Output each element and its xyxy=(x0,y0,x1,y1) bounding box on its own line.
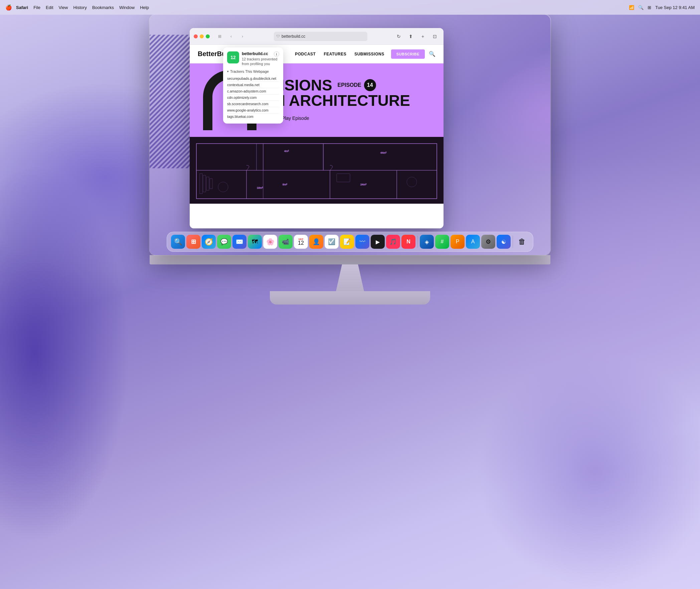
episode-number: 14 xyxy=(364,79,376,91)
dock-item-finder[interactable]: 🔍 xyxy=(171,235,185,249)
svg-rect-23 xyxy=(210,179,212,189)
svg-text:18m²: 18m² xyxy=(257,186,263,189)
menubar-app-name[interactable]: Safari xyxy=(16,5,28,10)
trackers-list: securepubads.g.doubleclick.net contextua… xyxy=(227,75,279,120)
sidebar-button[interactable]: ⊡ xyxy=(430,33,440,40)
dock-item-appstore[interactable]: A xyxy=(466,235,480,249)
svg-rect-5 xyxy=(246,170,330,199)
dock-separator xyxy=(417,236,418,248)
hero-title-line2: IN ARCHITECTURE xyxy=(270,93,410,108)
svg-rect-18 xyxy=(407,177,417,187)
dock-item-reminders[interactable]: ☑️ xyxy=(325,235,339,249)
dock-item-mail[interactable]: ✉️ xyxy=(232,235,246,249)
dock-item-accessibility[interactable]: ☯ xyxy=(497,235,511,249)
hero-text: VISIONS EPISODE 14 IN ARCHITECTURE ▶ Pla… xyxy=(270,77,410,123)
tracker-item: c.amazon-adsystem.com xyxy=(227,88,279,94)
close-button[interactable] xyxy=(194,34,198,38)
menubar-wifi-icon[interactable]: 📶 xyxy=(629,5,634,10)
tab-grid-button[interactable]: ⊞ xyxy=(215,33,224,40)
menubar: 🍎 Safari File Edit View History Bookmark… xyxy=(0,0,700,15)
dock-item-launchpad[interactable]: ⊞ xyxy=(186,235,200,249)
monitor-screen: ⊞ ‹ › 🛡 betterbuild.cc ↻ ⬆ + xyxy=(150,15,550,255)
dock-item-facetime[interactable]: 📹 xyxy=(279,235,293,249)
tracker-item: tags.bluekai.com xyxy=(227,114,279,120)
minimize-button[interactable] xyxy=(200,34,204,38)
tracker-item: securepubads.g.doubleclick.net xyxy=(227,75,279,82)
menubar-file[interactable]: File xyxy=(33,5,40,10)
share-button[interactable]: ⬆ xyxy=(406,33,415,40)
blueprint-svg: 4m² 44m² 8m² 24m² 18m² xyxy=(190,137,444,204)
tracker-count-badge: 12 xyxy=(227,51,239,63)
back-button[interactable]: ‹ xyxy=(226,33,236,40)
dock-item-maps[interactable]: 🗺 xyxy=(248,235,262,249)
tracker-item: contextual.media.net xyxy=(227,82,279,88)
dock-item-photos[interactable]: 🌸 xyxy=(263,235,277,249)
website-search-button[interactable]: 🔍 xyxy=(429,51,435,57)
svg-text:44m²: 44m² xyxy=(380,151,387,154)
dock-item-notes[interactable]: 📝 xyxy=(340,235,354,249)
svg-rect-22 xyxy=(206,177,209,190)
menubar-control-center-icon[interactable]: ⊞ xyxy=(648,5,651,10)
svg-text:8m²: 8m² xyxy=(283,183,287,186)
url-display: betterbuild.cc xyxy=(282,34,305,39)
dock-item-numbers[interactable]: # xyxy=(435,235,449,249)
dock-item-pages[interactable]: P xyxy=(451,235,465,249)
trackers-section-title: Trackers This Webpage xyxy=(227,69,279,73)
dock-item-pixelmator[interactable]: ◈ xyxy=(420,235,434,249)
menubar-search-icon[interactable]: 🔍 xyxy=(638,5,644,10)
dock-item-systemprefs[interactable]: ⚙ xyxy=(481,235,495,249)
svg-rect-2 xyxy=(263,144,323,170)
traffic-lights xyxy=(194,34,210,38)
svg-rect-20 xyxy=(200,174,202,194)
address-bar[interactable]: 🛡 betterbuild.cc xyxy=(274,32,367,41)
privacy-shield-icon: 🛡 xyxy=(277,34,280,38)
play-label: Play Episode xyxy=(282,116,309,121)
dock-item-calendar[interactable]: SEP 12 xyxy=(294,235,308,249)
svg-rect-21 xyxy=(203,175,206,192)
dock-item-safari[interactable]: 🧭 xyxy=(202,235,216,249)
subscribe-button[interactable]: SUBSCRIBE xyxy=(391,49,425,59)
svg-rect-1 xyxy=(196,144,263,170)
fullscreen-button[interactable] xyxy=(206,34,210,38)
episode-badge: EPISODE 14 xyxy=(338,79,376,91)
episode-label: EPISODE xyxy=(338,82,361,88)
browser-actions: ↻ ⬆ + ⊡ xyxy=(394,33,440,40)
dock-item-freeform[interactable]: 〰 xyxy=(355,235,369,249)
tracker-item: cdn.optimizely.com xyxy=(227,94,279,101)
svg-point-19 xyxy=(218,182,228,192)
dock-item-contacts[interactable]: 👤 xyxy=(309,235,323,249)
dock: 🔍 ⊞ 🧭 💬 ✉️ � xyxy=(167,232,533,252)
browser-window[interactable]: ⊞ ‹ › 🛡 betterbuild.cc ↻ ⬆ + xyxy=(190,28,444,228)
dock-item-trash[interactable]: 🗑 xyxy=(515,235,529,249)
play-episode-button[interactable]: ▶ Play Episode xyxy=(270,114,410,123)
menubar-view[interactable]: View xyxy=(59,5,68,10)
popup-info-button[interactable]: ℹ xyxy=(274,51,279,57)
menubar-edit[interactable]: Edit xyxy=(46,5,53,10)
menubar-help[interactable]: Help xyxy=(140,5,149,10)
monitor-chin xyxy=(150,255,550,264)
popup-header: 12 betterbuild.cc 12 trackers prevented … xyxy=(227,51,279,66)
nav-features[interactable]: FEATURES xyxy=(324,52,346,56)
right-decoration xyxy=(467,48,550,182)
dock-separator-2 xyxy=(513,236,513,248)
dock-item-music[interactable]: 🎵 xyxy=(386,235,400,249)
svg-text:4m²: 4m² xyxy=(284,150,289,153)
menubar-window[interactable]: Window xyxy=(119,5,135,10)
new-tab-button[interactable]: + xyxy=(418,33,427,40)
dock-item-appletv[interactable]: ▶ xyxy=(371,235,385,249)
reload-button[interactable]: ↻ xyxy=(394,33,403,40)
nav-podcast[interactable]: PODCAST xyxy=(295,52,316,56)
svg-rect-0 xyxy=(196,144,437,199)
dock-item-news[interactable]: N xyxy=(401,235,415,249)
tracker-item: www.google-analytics.com xyxy=(227,107,279,114)
browser-titlebar: ⊞ ‹ › 🛡 betterbuild.cc ↻ ⬆ + xyxy=(190,28,444,45)
dock-item-messages[interactable]: 💬 xyxy=(217,235,231,249)
monitor-base xyxy=(270,291,430,305)
menubar-bookmarks[interactable]: Bookmarks xyxy=(92,5,114,10)
nav-submissions[interactable]: SUBMISSIONS xyxy=(354,52,384,56)
popup-subtitle: 12 trackers prevented from profiling you xyxy=(242,57,279,66)
apple-menu[interactable]: 🍎 xyxy=(5,4,12,11)
menubar-history[interactable]: History xyxy=(73,5,86,10)
privacy-popup[interactable]: 12 betterbuild.cc 12 trackers prevented … xyxy=(223,47,283,124)
forward-button[interactable]: › xyxy=(238,33,247,40)
